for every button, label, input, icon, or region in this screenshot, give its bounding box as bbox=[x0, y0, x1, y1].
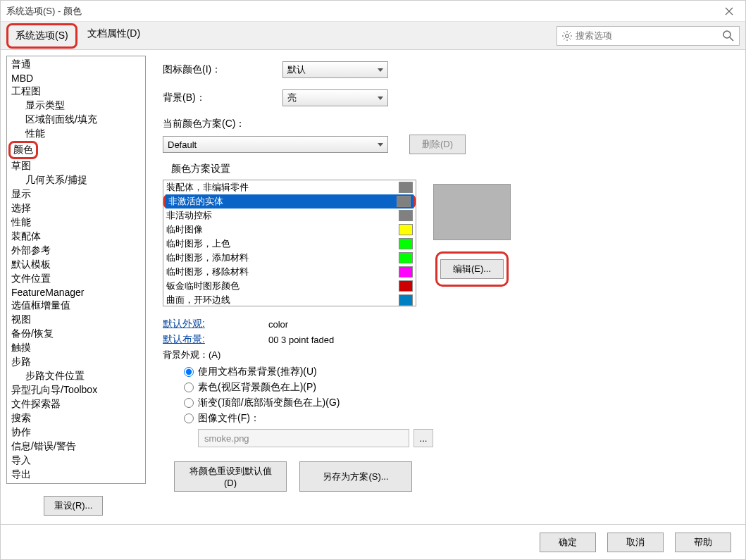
window-title: 系统选项(S) - 颜色 bbox=[6, 5, 719, 18]
tree-item[interactable]: 选择 bbox=[8, 201, 144, 216]
list-item[interactable]: 临时图形，添加材料 bbox=[163, 251, 416, 265]
radio-gradient[interactable]: 渐变(顶部/底部渐变颜色在上)(G) bbox=[184, 397, 728, 409]
cancel-button[interactable]: 取消 bbox=[607, 533, 664, 552]
tab-system-options[interactable]: 系统选项(S) bbox=[6, 23, 77, 49]
color-swatch bbox=[399, 224, 413, 235]
help-button[interactable]: 帮助 bbox=[675, 533, 731, 552]
list-item[interactable]: 临时图形，移除材料 bbox=[163, 265, 416, 279]
titlebar: 系统选项(S) - 颜色 bbox=[1, 1, 745, 22]
list-item[interactable]: 钣金临时图形颜色 bbox=[163, 279, 416, 293]
tree-item[interactable]: 协作 bbox=[8, 425, 144, 440]
delete-button[interactable]: 删除(D) bbox=[409, 135, 466, 154]
link-default-layout[interactable]: 默认布景: bbox=[163, 333, 268, 346]
color-swatch bbox=[399, 252, 413, 263]
tree-item[interactable]: 备份/恢复 bbox=[8, 327, 144, 341]
dialog-footer: 确定 取消 帮助 bbox=[1, 524, 745, 559]
tree-item[interactable]: 性能 bbox=[8, 216, 144, 230]
tree-item[interactable]: 颜色 bbox=[8, 141, 38, 159]
ok-button[interactable]: 确定 bbox=[540, 533, 596, 552]
tree-item[interactable]: MBD bbox=[8, 72, 144, 85]
tree-item[interactable]: 草图 bbox=[8, 159, 144, 173]
label-icon-color: 图标颜色(I)： bbox=[163, 63, 282, 76]
list-item-selected[interactable]: 非激活的实体 bbox=[163, 194, 416, 209]
tree-item[interactable]: 搜索 bbox=[8, 411, 144, 425]
label-current-scheme: 当前颜色方案(C)： bbox=[163, 118, 728, 130]
tree-item[interactable]: FeatureManager bbox=[8, 286, 144, 299]
edit-color-button[interactable]: 编辑(E)... bbox=[440, 259, 504, 279]
sidebar: 普通MBD工程图显示类型区域剖面线/填充性能颜色草图几何关系/捕捉显示选择性能装… bbox=[6, 56, 146, 484]
tree-item[interactable]: 选值框增量值 bbox=[8, 299, 144, 313]
edit-highlight: 编辑(E)... bbox=[435, 251, 509, 287]
svg-point-1 bbox=[723, 31, 731, 38]
color-swatch bbox=[399, 266, 413, 278]
gear-icon bbox=[561, 30, 573, 42]
list-item[interactable]: 临时图像 bbox=[163, 223, 416, 237]
color-swatch bbox=[399, 238, 413, 249]
tree-item[interactable]: 工程图 bbox=[8, 85, 144, 99]
radio-image-file[interactable]: 图像文件(F)： bbox=[184, 412, 728, 425]
tab-document-properties[interactable]: 文档属性(D) bbox=[80, 23, 147, 49]
image-file-input[interactable]: smoke.png bbox=[198, 429, 409, 447]
chevron-down-icon bbox=[378, 97, 383, 100]
color-swatch bbox=[399, 280, 413, 292]
tree-item[interactable]: 步路文件位置 bbox=[8, 369, 144, 383]
color-scheme-listbox[interactable]: 装配体，非编辑零件非激活的实体非活动控标临时图像临时图形，上色临时图形，添加材料… bbox=[163, 180, 416, 306]
color-swatch bbox=[399, 294, 413, 306]
tree-item[interactable]: 性能 bbox=[8, 127, 144, 141]
tree-item[interactable]: 区域剖面线/填充 bbox=[8, 113, 144, 127]
search-input[interactable] bbox=[576, 30, 722, 41]
close-icon bbox=[725, 7, 733, 15]
tree-item[interactable]: 步路 bbox=[8, 355, 144, 369]
value-default-appearance: color bbox=[268, 319, 288, 330]
search-box[interactable] bbox=[557, 26, 740, 46]
tree-item[interactable]: 默认模板 bbox=[8, 258, 144, 272]
tree-item[interactable]: 几何关系/捕捉 bbox=[8, 173, 144, 187]
main-row: 普通MBD工程图显示类型区域剖面线/填充性能颜色草图几何关系/捕捉显示选择性能装… bbox=[1, 50, 745, 524]
reset-button[interactable]: 重设(R)... bbox=[44, 496, 104, 516]
list-item[interactable]: 非激活的实体 bbox=[166, 194, 414, 209]
link-default-appearance[interactable]: 默认外观: bbox=[163, 318, 268, 330]
bg-appearance-radio-group: 使用文档布景背景(推荐)(U) 素色(视区背景颜色在上)(P) 渐变(顶部/底部… bbox=[184, 366, 728, 425]
svg-point-0 bbox=[566, 34, 569, 37]
label-bg-appearance: 背景外观：(A) bbox=[163, 349, 268, 361]
options-tree[interactable]: 普通MBD工程图显示类型区域剖面线/填充性能颜色草图几何关系/捕捉显示选择性能装… bbox=[7, 56, 145, 483]
color-swatch bbox=[397, 196, 411, 207]
browse-button[interactable]: ... bbox=[414, 429, 433, 447]
tree-item[interactable]: 信息/错误/警告 bbox=[8, 440, 144, 454]
tabs: 系统选项(S) 文档属性(D) bbox=[6, 23, 147, 49]
color-preview bbox=[433, 184, 511, 240]
tree-item[interactable]: 文件探索器 bbox=[8, 397, 144, 411]
tree-item[interactable]: 装配体 bbox=[8, 230, 144, 244]
list-item[interactable]: 曲面，开环边线 bbox=[163, 293, 416, 306]
tree-item[interactable]: 文件位置 bbox=[8, 272, 144, 286]
tree-item[interactable]: 导出 bbox=[8, 468, 144, 482]
save-scheme-button[interactable]: 另存为方案(S)... bbox=[299, 461, 412, 492]
combo-scheme[interactable]: Default bbox=[163, 136, 388, 153]
tree-item[interactable]: 触摸 bbox=[8, 341, 144, 355]
tree-item[interactable]: 显示 bbox=[8, 187, 144, 201]
list-item[interactable]: 非活动控标 bbox=[163, 209, 416, 223]
content-panel: 图标颜色(I)： 默认 背景(B)： 亮 当前颜色方案(C)： Default bbox=[146, 50, 745, 524]
tree-item[interactable]: 外部参考 bbox=[8, 244, 144, 258]
combo-background[interactable]: 亮 bbox=[282, 89, 388, 106]
label-background: 背景(B)： bbox=[163, 92, 282, 104]
reset-row: 重设(R)... bbox=[1, 490, 146, 521]
radio-use-doc-scene[interactable]: 使用文档布景背景(推荐)(U) bbox=[184, 366, 728, 378]
close-button[interactable] bbox=[719, 1, 740, 22]
list-item[interactable]: 临时图形，上色 bbox=[163, 237, 416, 251]
tree-item[interactable]: 视图 bbox=[8, 313, 144, 327]
radio-plain[interactable]: 素色(视区背景颜色在上)(P) bbox=[184, 381, 728, 394]
tree-item[interactable]: 普通 bbox=[8, 58, 144, 72]
tree-item[interactable]: 导入 bbox=[8, 454, 144, 468]
search-icon bbox=[722, 30, 735, 42]
combo-icon-color[interactable]: 默认 bbox=[282, 61, 388, 78]
options-dialog: 系统选项(S) - 颜色 系统选项(S) 文档属性(D) 普通MBD工程图显示类… bbox=[0, 0, 746, 560]
list-item[interactable]: 装配体，非编辑零件 bbox=[163, 180, 416, 194]
image-file-row: smoke.png ... bbox=[198, 429, 728, 447]
preview-column: 编辑(E)... bbox=[433, 180, 511, 287]
value-default-layout: 00 3 point faded bbox=[268, 335, 334, 345]
reset-colors-button[interactable]: 将颜色重设到默认值(D) bbox=[174, 461, 287, 492]
color-swatch bbox=[399, 182, 413, 193]
tree-item[interactable]: 异型孔向导/Toolbox bbox=[8, 383, 144, 397]
tree-item[interactable]: 显示类型 bbox=[8, 99, 144, 113]
